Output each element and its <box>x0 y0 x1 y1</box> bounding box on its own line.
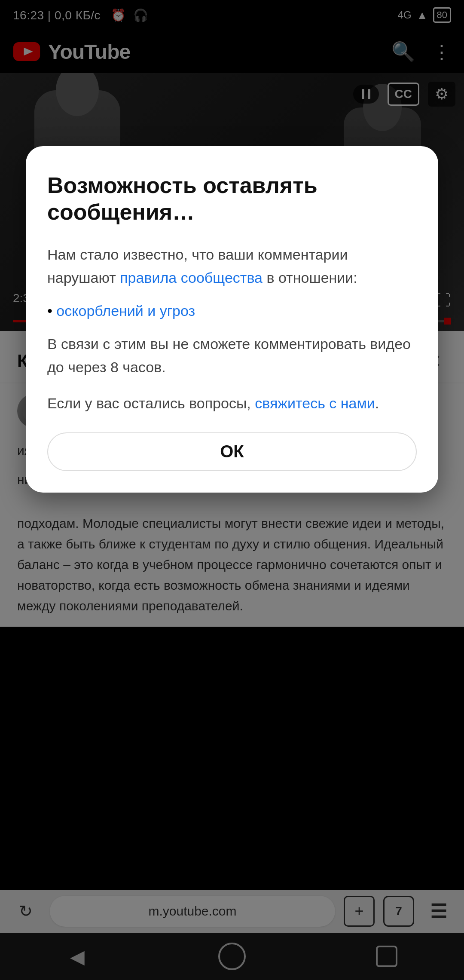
modal-body-2: В связи с этим вы не сможете комментиров… <box>47 332 417 379</box>
restriction-modal: Возможность оставлять сообщения… Нам ста… <box>26 146 438 493</box>
ok-button[interactable]: ОК <box>47 432 417 471</box>
modal-body-3: Если у вас остались вопросы, свяжитесь с… <box>47 392 417 415</box>
contact-us-link[interactable]: свяжитесь с нами <box>255 395 375 411</box>
insults-link[interactable]: оскорблений и угроз <box>56 303 195 319</box>
modal-body-1: Нам стало известно, что ваши комментарии… <box>47 243 417 290</box>
modal-title: Возможность оставлять сообщения… <box>47 172 417 226</box>
modal-bullet-item: • оскорблений и угроз <box>47 303 417 319</box>
community-guidelines-link[interactable]: правила сообщества <box>120 270 263 286</box>
